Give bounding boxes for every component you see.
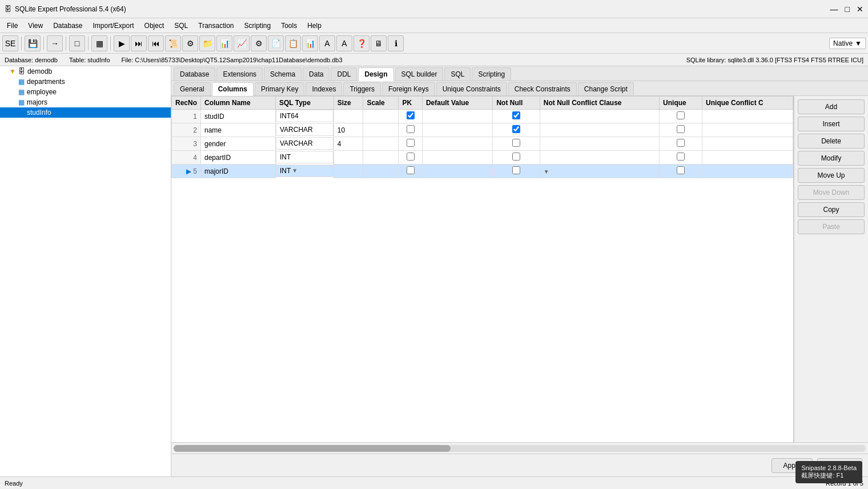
cell-sqltype-4[interactable]: INT ▼ [276,165,333,177]
sidebar-item-majors[interactable]: ▦ majors [0,97,171,107]
sub-tab-change_script[interactable]: Change Script [578,82,634,95]
cell-uniqueconflict-3[interactable] [702,151,793,165]
toolbar-chart-btn[interactable]: 📊 [302,35,318,51]
minimize-button[interactable]: — [830,5,838,14]
checkbox-unique-4[interactable] [677,166,685,174]
cell-notnull-2[interactable] [493,137,540,151]
toolbar-doc2-btn[interactable]: 📋 [285,35,301,51]
cell-sqltype-3[interactable]: INT [276,151,333,163]
toolbar-new-btn[interactable]: □ [69,35,85,51]
menu-item-view[interactable]: View [23,21,47,31]
top-tab-database[interactable]: Database [174,67,215,81]
checkbox-notnull-3[interactable] [512,153,520,161]
cell-sqltype-2[interactable]: VARCHAR [276,137,333,150]
checkbox-pk-0[interactable] [407,111,415,119]
cell-colname-3[interactable]: departID [201,151,276,165]
cell-notnullconflict-3[interactable] [540,151,659,165]
cell-uniqueconflict-1[interactable] [702,123,793,137]
sub-tab-triggers[interactable]: Triggers [343,82,381,95]
menu-item-transaction[interactable]: Transaction [194,21,238,31]
maximize-button[interactable]: □ [845,5,850,14]
table-row[interactable]: 4departIDINT [172,151,793,165]
top-tab-extensions[interactable]: Extensions [216,67,263,81]
close-button[interactable]: ✕ [857,5,863,14]
checkbox-unique-3[interactable] [677,153,685,161]
modify-button[interactable]: Modify [798,151,865,166]
toolbar-font-btn[interactable]: A [319,35,335,51]
sub-tab-foreign_keys[interactable]: Foreign Keys [382,82,435,95]
cell-unique-3[interactable] [660,151,702,165]
menu-item-scripting[interactable]: Scripting [240,21,276,31]
sidebar-root[interactable]: ▼ 🗄 demodb [0,66,171,77]
toolbar-script2-btn[interactable]: ⚙ [182,35,198,51]
top-tab-ddl[interactable]: DDL [331,67,357,81]
cell-pk-4[interactable] [399,165,422,178]
toolbar-prev-btn[interactable]: ⏮ [148,35,164,51]
checkbox-pk-4[interactable] [407,166,415,174]
toolbar-help-btn[interactable]: ❓ [353,35,369,51]
paste-button[interactable]: Paste [798,219,865,234]
cell-unique-1[interactable] [660,123,702,137]
cell-uniqueconflict-4[interactable] [702,165,793,178]
cell-pk-2[interactable] [399,137,422,151]
top-tab-schema[interactable]: Schema [264,67,302,81]
cell-pk-0[interactable] [399,110,422,123]
horizontal-scrollbar[interactable] [174,445,866,452]
cell-size-1[interactable]: 10 [333,123,363,137]
toolbar-data-btn[interactable]: ▦ [91,35,107,51]
sidebar-item-studinfo[interactable]: ▦ studInfo [0,107,171,118]
cell-size-3[interactable] [333,151,363,165]
checkbox-pk-2[interactable] [407,139,415,147]
sub-tab-columns[interactable]: Columns [212,82,254,96]
cell-size-2[interactable]: 4 [333,137,363,151]
table-row[interactable]: 3genderVARCHAR4 [172,137,793,151]
cell-unique-2[interactable] [660,137,702,151]
cell-pk-1[interactable] [399,123,422,137]
cell-default-4[interactable] [422,165,493,178]
top-tab-data[interactable]: Data [303,67,329,81]
checkbox-unique-2[interactable] [677,139,685,147]
menu-item-help[interactable]: Help [303,21,326,31]
checkbox-notnull-2[interactable] [512,139,520,147]
sidebar-item-employee[interactable]: ▦ employee [0,87,171,97]
top-tab-scripting[interactable]: Scripting [472,67,511,81]
cell-sqltype-1[interactable]: VARCHAR [276,123,333,136]
toolbar-doc-btn[interactable]: 📄 [268,35,284,51]
toolbar-settings-btn[interactable]: ⚙ [251,35,267,51]
cell-colname-1[interactable]: name [201,123,276,137]
table-row[interactable]: 1studIDINT64 [172,110,793,123]
move-down-button[interactable]: Move Down [798,185,865,200]
cell-pk-3[interactable] [399,151,422,165]
cell-notnullconflict-0[interactable] [540,110,659,123]
top-tab-sql[interactable]: SQL [444,67,471,81]
checkbox-unique-1[interactable] [677,125,685,133]
cell-scale-1[interactable] [363,123,399,137]
sub-tab-general[interactable]: General [174,82,211,95]
toolbar-screen-btn[interactable]: 🖥 [371,35,387,51]
toolbar-info-btn[interactable]: ℹ [388,35,404,51]
cell-default-1[interactable] [422,123,493,137]
checkbox-pk-3[interactable] [407,153,415,161]
cell-scale-4[interactable] [363,165,399,178]
toolbar-native-selector[interactable]: Native ▼ [829,38,866,49]
cell-scale-0[interactable] [363,110,399,123]
checkbox-notnull-0[interactable] [512,111,520,119]
toolbar-sqlite-btn[interactable]: SE [2,35,18,51]
toolbar-play-btn[interactable]: ▶ [114,35,130,51]
cell-scale-3[interactable] [363,151,399,165]
copy-button[interactable]: Copy [798,202,865,217]
cell-notnull-3[interactable] [493,151,540,165]
sub-tab-check_constraints[interactable]: Check Constraints [508,82,577,95]
cell-default-2[interactable] [422,137,493,151]
menu-item-database[interactable]: Database [49,21,87,31]
toolbar-script-btn[interactable]: 📜 [165,35,181,51]
toolbar-save-btn[interactable]: 💾 [25,35,41,51]
menu-item-object[interactable]: Object [140,21,169,31]
cell-uniqueconflict-2[interactable] [702,137,793,151]
toolbar-next-btn[interactable]: ⏭ [131,35,147,51]
menu-item-import/export[interactable]: Import/Export [89,21,139,31]
cell-sqltype-0[interactable]: INT64 [276,110,333,122]
toolbar-folder-btn[interactable]: 📁 [199,35,215,51]
cell-default-3[interactable] [422,151,493,165]
cell-size-4[interactable] [333,165,363,178]
